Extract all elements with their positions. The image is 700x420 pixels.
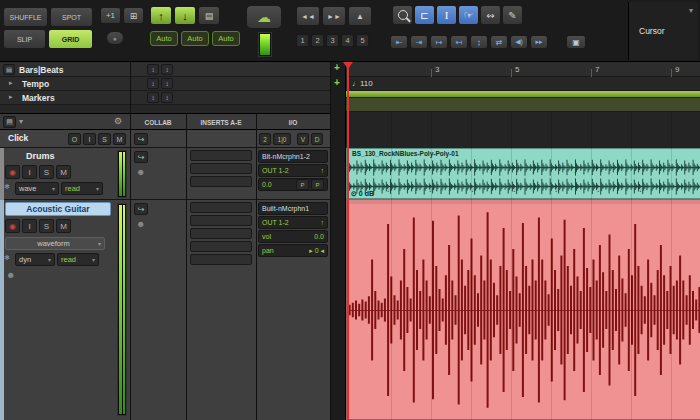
- solo-audition-button[interactable]: ◀): [510, 35, 528, 49]
- bars-ruler-mini-button-2[interactable]: ↕: [161, 64, 173, 75]
- guitar-pan-row[interactable]: pan ▸ 0 ◂: [258, 244, 328, 257]
- tempo-expand-icon[interactable]: ▸: [9, 79, 13, 87]
- drums-solo-button[interactable]: S: [39, 165, 54, 179]
- auto-button-3[interactable]: Auto: [212, 31, 240, 46]
- guitar-insert-slot-b[interactable]: [190, 215, 252, 226]
- drums-collab-button[interactable]: ↪: [134, 151, 148, 163]
- spot-mode-button[interactable]: SPOT: [50, 7, 93, 27]
- guitar-view-selector[interactable]: waveform ▾: [5, 237, 105, 250]
- auto-button-2[interactable]: Auto: [181, 31, 209, 46]
- markers-lane-timeline[interactable]: [346, 98, 700, 112]
- playhead-line[interactable]: [347, 62, 349, 420]
- drums-insert-slot-a[interactable]: [190, 150, 252, 161]
- click-input-monitor-button[interactable]: I: [83, 133, 96, 145]
- click-mute-button[interactable]: M: [113, 133, 126, 145]
- drums-insert-slot-b[interactable]: [190, 163, 252, 174]
- trim-tool-button[interactable]: ⊏: [414, 5, 435, 25]
- drums-input-monitor-button[interactable]: I: [22, 165, 37, 179]
- click-io-chip-4[interactable]: D: [311, 133, 323, 145]
- drums-track-name[interactable]: Drums: [26, 151, 55, 161]
- click-record-enable-button[interactable]: O: [68, 133, 81, 145]
- timeline-insertion-button[interactable]: ⇥: [410, 35, 428, 49]
- click-io-chip-1[interactable]: 2: [259, 133, 271, 145]
- guitar-dyn-selector[interactable]: dyn ▾: [15, 253, 55, 266]
- drums-output-selector[interactable]: OUT 1-2 ↑: [258, 164, 328, 177]
- nudge-value-button[interactable]: ↨: [470, 35, 488, 49]
- markers-ruler-row[interactable]: ▸ Markers ↕ ↕: [0, 91, 345, 105]
- drums-pan-right-button[interactable]: P: [311, 179, 324, 190]
- edit-view-panel-button[interactable]: ▤: [198, 6, 220, 25]
- guitar-insert-slot-d[interactable]: [190, 241, 252, 252]
- markers-ruler-mini-button-1[interactable]: ↕: [147, 92, 159, 103]
- zoom-preset-button[interactable]: +1: [100, 7, 121, 24]
- memory-location-2[interactable]: 2: [311, 34, 324, 47]
- region-gain-badge[interactable]: ⊙ 0 dB: [351, 190, 374, 198]
- grabber-tool-button[interactable]: ☞: [458, 5, 479, 25]
- guitar-output-selector[interactable]: OUT 1-2 ↑: [258, 216, 328, 229]
- pencil-tool-button[interactable]: ✎: [502, 5, 523, 25]
- auto-button-1[interactable]: Auto: [150, 31, 178, 46]
- track-header-drums[interactable]: Drums ◉ I S M ❄ wave ▾ read ▾ ↪ ☻: [0, 148, 330, 200]
- guitar-solo-button[interactable]: S: [39, 219, 54, 233]
- drums-pan-left-button[interactable]: P: [296, 179, 309, 190]
- track-list-icon[interactable]: ▤: [3, 116, 16, 128]
- add-bars-ruler-button[interactable]: +: [334, 62, 340, 73]
- drums-insert-slot-c[interactable]: [190, 176, 252, 187]
- drums-record-button[interactable]: ◉: [5, 165, 20, 179]
- zoom-mini-button[interactable]: ●: [106, 31, 124, 45]
- grid-mode-button[interactable]: GRID: [48, 29, 93, 49]
- guitar-automation-selector[interactable]: read ▾: [57, 253, 99, 266]
- guitar-input-selector[interactable]: Built-nMcrphn1: [258, 202, 328, 215]
- track-header-acoustic-guitar[interactable]: Acoustic Guitar ◉ I S M waveform ▾ ❄ dyn…: [0, 200, 330, 420]
- drums-mute-button[interactable]: M: [56, 165, 71, 179]
- track-header-click[interactable]: Click O I S M ↪ 2 1|0 V D: [0, 130, 330, 148]
- metronome-button[interactable]: ▲: [348, 6, 372, 26]
- guitar-insert-slot-a[interactable]: [190, 202, 252, 213]
- tab-to-transient-button[interactable]: ⇤: [390, 35, 408, 49]
- tempo-ruler-mini-button-1[interactable]: ↕: [147, 78, 159, 89]
- track-height-down-button[interactable]: ↓: [174, 6, 196, 25]
- tempo-ruler-row[interactable]: ▸ Tempo ↕ ↕: [0, 77, 345, 91]
- memory-location-3[interactable]: 3: [326, 34, 339, 47]
- forward-button[interactable]: ►►: [322, 6, 346, 26]
- drums-view-selector[interactable]: wave ▾: [15, 182, 59, 195]
- markers-expand-icon[interactable]: ▸: [9, 93, 13, 101]
- edit-insertion-button[interactable]: ↦: [430, 35, 448, 49]
- playhead-marker[interactable]: [343, 62, 353, 69]
- link-selection-button[interactable]: ⇄: [490, 35, 508, 49]
- cursor-dropdown-icon[interactable]: ▾: [689, 6, 693, 15]
- markers-ruler-mini-button-2[interactable]: ↕: [161, 92, 173, 103]
- shuffle-mode-button[interactable]: SHUFFLE: [3, 7, 48, 27]
- selector-tool-button[interactable]: I: [436, 5, 457, 25]
- guitar-freeze-icon[interactable]: ❄: [4, 254, 10, 262]
- tempo-value[interactable]: ♩110: [352, 79, 373, 88]
- track-height-up-button[interactable]: ↑: [150, 6, 172, 25]
- guitar-track-name[interactable]: Acoustic Guitar: [5, 202, 111, 216]
- guitar-collab-button[interactable]: ↪: [134, 203, 148, 215]
- drums-automation-selector[interactable]: read ▾: [61, 182, 103, 195]
- guitar-audio-region[interactable]: [346, 199, 700, 420]
- bars-ruler-timeline[interactable]: 3 5 7 9: [346, 62, 700, 77]
- scrubber-tool-button[interactable]: ↭: [480, 5, 501, 25]
- guitar-insert-slot-e[interactable]: [190, 254, 252, 265]
- tempo-track-band[interactable]: [346, 91, 700, 98]
- bars-ruler-row[interactable]: ▤ Bars|Beats ↕ ↕: [0, 62, 345, 77]
- tempo-lane-timeline[interactable]: ♩110: [346, 77, 700, 91]
- memory-location-4[interactable]: 4: [341, 34, 354, 47]
- click-collab-button[interactable]: ↪: [134, 133, 148, 145]
- zoom-toggle-button[interactable]: ⊞: [123, 7, 144, 24]
- grid-snap-button[interactable]: ↤: [450, 35, 468, 49]
- bars-ruler-mini-button-1[interactable]: ↕: [147, 64, 159, 75]
- memory-location-1[interactable]: 1: [296, 34, 309, 47]
- track-tools-icon[interactable]: ⚙: [114, 116, 122, 126]
- tempo-ruler-mini-button-2[interactable]: ↕: [161, 78, 173, 89]
- zoomer-tool-button[interactable]: [392, 5, 413, 25]
- click-io-chip-3[interactable]: V: [297, 133, 309, 145]
- window-config-button[interactable]: ▣: [566, 35, 586, 49]
- rewind-button[interactable]: ◄◄: [296, 6, 320, 26]
- click-track-name[interactable]: Click: [8, 133, 28, 143]
- drums-freeze-icon[interactable]: ❄: [4, 183, 10, 191]
- memory-location-5[interactable]: 5: [356, 34, 369, 47]
- click-solo-button[interactable]: S: [98, 133, 111, 145]
- drums-volume-row[interactable]: 0.0 P P: [258, 178, 328, 191]
